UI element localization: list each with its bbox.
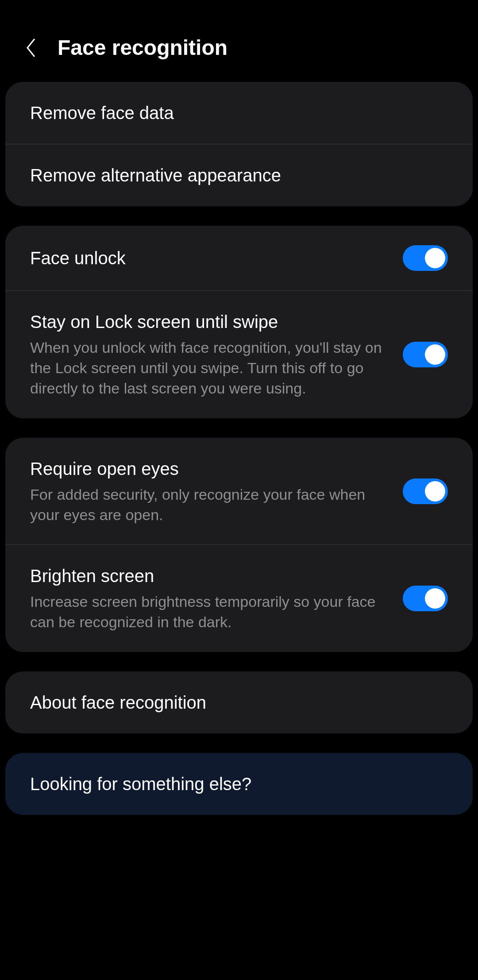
setting-text: Face unlock xyxy=(30,247,385,270)
setting-brighten-screen[interactable]: Brighten screen Increase screen brightne… xyxy=(5,545,473,652)
page-title: Face recognition xyxy=(58,35,227,60)
setting-title: Require open eyes xyxy=(30,457,385,480)
brighten-screen-toggle[interactable] xyxy=(403,586,448,611)
setting-text: Remove face data xyxy=(30,101,448,124)
setting-title: Face unlock xyxy=(30,247,385,270)
setting-title: About face recognition xyxy=(30,691,448,714)
back-button[interactable] xyxy=(22,39,40,57)
setting-require-open-eyes[interactable]: Require open eyes For added security, on… xyxy=(5,438,473,545)
settings-group-2: Face unlock Stay on Lock screen until sw… xyxy=(5,226,473,418)
settings-group-5: Looking for something else? xyxy=(5,753,473,815)
face-unlock-toggle[interactable] xyxy=(403,245,448,271)
setting-text: Stay on Lock screen until swipe When you… xyxy=(30,310,385,399)
setting-remove-face-data[interactable]: Remove face data xyxy=(5,82,473,144)
stay-on-lock-screen-toggle[interactable] xyxy=(403,342,448,367)
header: Face recognition xyxy=(0,0,478,82)
setting-text: Remove alternative appearance xyxy=(30,164,448,187)
chevron-left-icon xyxy=(25,37,37,58)
settings-group-1: Remove face data Remove alternative appe… xyxy=(5,82,473,206)
setting-looking-for-else[interactable]: Looking for something else? xyxy=(5,753,473,815)
toggle-knob xyxy=(425,344,445,365)
setting-text: About face recognition xyxy=(30,691,448,714)
setting-remove-alternative-appearance[interactable]: Remove alternative appearance xyxy=(5,144,473,206)
setting-title: Looking for something else? xyxy=(30,772,448,795)
setting-text: Looking for something else? xyxy=(30,772,448,795)
settings-group-4: About face recognition xyxy=(5,671,473,733)
toggle-knob xyxy=(425,588,445,609)
setting-text: Brighten screen Increase screen brightne… xyxy=(30,564,385,633)
setting-title: Remove alternative appearance xyxy=(30,164,448,187)
setting-about-face-recognition[interactable]: About face recognition xyxy=(5,671,473,733)
setting-description: When you unlock with face recognition, y… xyxy=(30,338,385,399)
settings-group-3: Require open eyes For added security, on… xyxy=(5,438,473,652)
setting-title: Remove face data xyxy=(30,101,448,124)
require-open-eyes-toggle[interactable] xyxy=(403,478,448,504)
setting-text: Require open eyes For added security, on… xyxy=(30,457,385,525)
setting-title: Brighten screen xyxy=(30,564,385,587)
setting-description: Increase screen brightness temporarily s… xyxy=(30,592,385,633)
toggle-knob xyxy=(425,248,445,268)
setting-face-unlock[interactable]: Face unlock xyxy=(5,226,473,291)
setting-title: Stay on Lock screen until swipe xyxy=(30,310,385,333)
setting-description: For added security, only recognize your … xyxy=(30,485,385,525)
setting-stay-on-lock-screen[interactable]: Stay on Lock screen until swipe When you… xyxy=(5,291,473,418)
toggle-knob xyxy=(425,481,445,502)
